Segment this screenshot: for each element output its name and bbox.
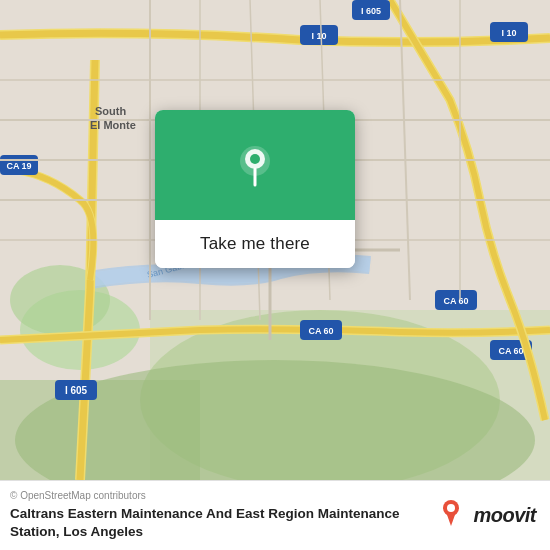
location-popup: Take me there — [155, 110, 355, 268]
svg-text:I 605: I 605 — [65, 385, 88, 396]
svg-text:CA 19: CA 19 — [6, 161, 31, 171]
moovit-text: moovit — [473, 504, 536, 527]
svg-text:El Monte: El Monte — [90, 119, 136, 131]
bottom-info-bar: © OpenStreetMap contributors Caltrans Ea… — [0, 480, 550, 550]
map-view[interactable]: I 605 CA 19 CA 60 CA 60 CA 60 I 10 I 10 … — [0, 0, 550, 480]
moovit-logo: moovit — [442, 498, 536, 534]
location-name: Caltrans Eastern Maintenance And East Re… — [10, 505, 432, 540]
moovit-pin-icon — [442, 498, 470, 534]
take-me-there-button[interactable]: Take me there — [155, 220, 355, 268]
popup-header — [155, 110, 355, 220]
svg-text:I 605: I 605 — [361, 6, 381, 16]
osm-attribution: © OpenStreetMap contributors — [10, 490, 432, 501]
svg-text:CA 60: CA 60 — [308, 326, 333, 336]
svg-text:I 10: I 10 — [311, 31, 326, 41]
svg-text:CA 60: CA 60 — [498, 346, 523, 356]
svg-marker-44 — [446, 512, 456, 526]
svg-point-41 — [250, 154, 260, 164]
svg-point-45 — [447, 504, 455, 512]
svg-text:I 10: I 10 — [501, 28, 516, 38]
svg-text:South: South — [95, 105, 126, 117]
location-pin-icon — [233, 143, 277, 187]
svg-text:CA 60: CA 60 — [443, 296, 468, 306]
location-info: © OpenStreetMap contributors Caltrans Ea… — [10, 490, 432, 540]
